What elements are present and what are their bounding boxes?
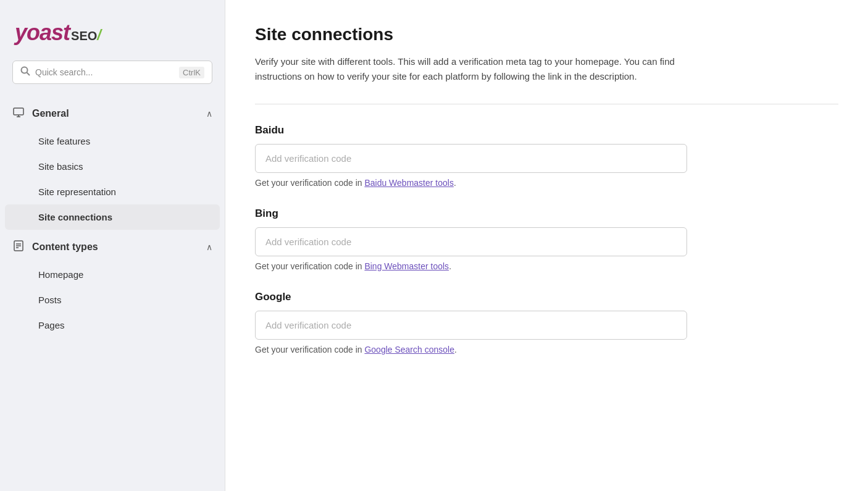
- google-label: Google: [255, 291, 838, 303]
- content-types-section-label: Content types: [32, 241, 199, 253]
- document-icon: [12, 240, 25, 254]
- nav-item-posts[interactable]: Posts: [5, 287, 220, 313]
- bing-section: Bing Get your verification code in Bing …: [255, 208, 838, 271]
- bing-webmaster-link[interactable]: Bing Webmaster tools: [364, 261, 449, 271]
- nav-item-homepage[interactable]: Homepage: [5, 262, 220, 287]
- nav-section-content-types: Content types ∧ Homepage Posts Pages: [0, 232, 225, 338]
- bing-help-suffix: .: [449, 261, 451, 271]
- baidu-label: Baidu: [255, 124, 838, 136]
- sidebar: yoastSEO/ Quick search... CtrlK General …: [0, 0, 225, 491]
- svg-point-0: [22, 67, 28, 73]
- nav-section-general-header[interactable]: General ∧: [0, 99, 225, 128]
- nav-item-pages[interactable]: Pages: [5, 313, 220, 338]
- nav-item-site-representation[interactable]: Site representation: [5, 179, 220, 204]
- content-types-nav-items: Homepage Posts Pages: [0, 262, 225, 338]
- google-search-console-link[interactable]: Google Search console: [364, 345, 454, 355]
- google-help-text: Get your verification code in Google Sea…: [255, 345, 838, 355]
- logo-area: yoastSEO/: [0, 15, 225, 61]
- nav-item-site-connections[interactable]: Site connections: [5, 204, 220, 230]
- search-box[interactable]: Quick search... CtrlK: [12, 61, 212, 84]
- page-description: Verify your site with different tools. T…: [255, 54, 687, 84]
- nav-section-content-types-header[interactable]: Content types ∧: [0, 232, 225, 262]
- google-section: Google Get your verification code in Goo…: [255, 291, 838, 355]
- bing-label: Bing: [255, 208, 838, 220]
- google-input[interactable]: [255, 311, 687, 340]
- search-placeholder-text: Quick search...: [35, 67, 174, 77]
- baidu-section: Baidu Get your verification code in Baid…: [255, 124, 838, 188]
- baidu-help-text: Get your verification code in Baidu Webm…: [255, 178, 838, 188]
- google-help-prefix: Get your verification code in: [255, 345, 364, 355]
- svg-line-1: [27, 73, 30, 76]
- section-divider: [255, 104, 838, 104]
- main-content: Site connections Verify your site with d…: [225, 0, 868, 491]
- general-section-label: General: [32, 108, 199, 119]
- baidu-help-prefix: Get your verification code in: [255, 178, 364, 188]
- yoast-logo: yoastSEO/: [15, 20, 101, 46]
- logo-yoast-text: yoast: [15, 20, 70, 45]
- nav-item-site-features[interactable]: Site features: [5, 128, 220, 154]
- baidu-help-suffix: .: [454, 178, 456, 188]
- logo-seo-text: SEO: [71, 29, 97, 43]
- search-shortcut-badge: CtrlK: [179, 67, 204, 78]
- content-types-chevron-icon: ∧: [206, 242, 212, 252]
- search-icon: [20, 66, 30, 78]
- nav-section-general: General ∧ Site features Site basics Site…: [0, 99, 225, 230]
- google-help-suffix: .: [454, 345, 457, 355]
- logo-slash: /: [97, 27, 101, 43]
- page-title: Site connections: [255, 25, 838, 44]
- svg-rect-2: [14, 108, 23, 115]
- bing-help-prefix: Get your verification code in: [255, 261, 364, 271]
- bing-input[interactable]: [255, 227, 687, 256]
- monitor-icon: [12, 106, 25, 121]
- baidu-webmaster-link[interactable]: Baidu Webmaster tools: [364, 178, 453, 188]
- bing-help-text: Get your verification code in Bing Webma…: [255, 261, 838, 271]
- general-chevron-icon: ∧: [206, 109, 212, 119]
- nav-item-site-basics[interactable]: Site basics: [5, 154, 220, 179]
- general-nav-items: Site features Site basics Site represent…: [0, 128, 225, 230]
- baidu-input[interactable]: [255, 144, 687, 173]
